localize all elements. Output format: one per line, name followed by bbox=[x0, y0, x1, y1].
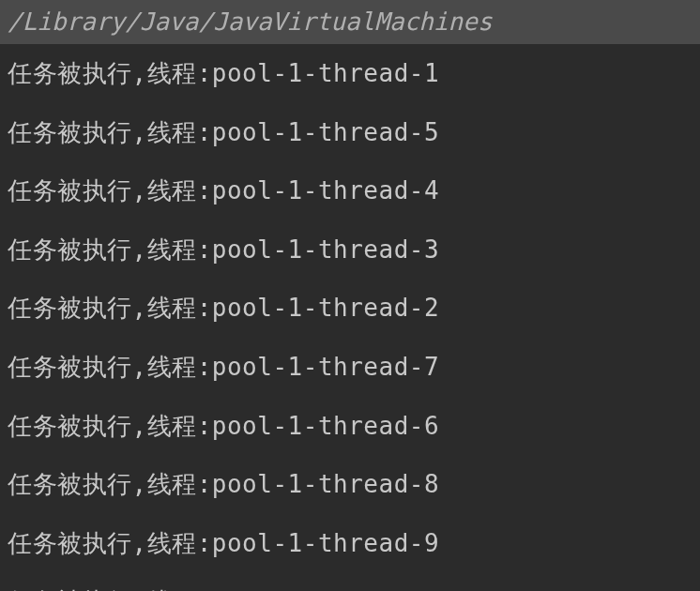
output-line: 任务被执行,线程:pool-1-thread-3 bbox=[0, 220, 700, 280]
output-line: 任务被执行,线程:pool-1-thread-6 bbox=[0, 397, 700, 456]
output-line: 任务被执行,线程:pool-1-thread-7 bbox=[0, 338, 700, 397]
output-line: 任务被执行,线程:pool-1-thread-10 bbox=[0, 572, 700, 591]
output-line: 任务被执行,线程:pool-1-thread-2 bbox=[0, 279, 700, 338]
terminal-output[interactable]: /Library/Java/JavaVirtualMachines 任务被执行,… bbox=[0, 0, 700, 591]
output-line: 任务被执行,线程:pool-1-thread-5 bbox=[0, 103, 700, 162]
output-line: 任务被执行,线程:pool-1-thread-8 bbox=[0, 455, 700, 514]
output-line: 任务被执行,线程:pool-1-thread-9 bbox=[0, 514, 700, 573]
output-line: 任务被执行,线程:pool-1-thread-1 bbox=[0, 44, 700, 103]
output-line: 任务被执行,线程:pool-1-thread-4 bbox=[0, 161, 700, 220]
command-path-line: /Library/Java/JavaVirtualMachines bbox=[0, 0, 700, 44]
